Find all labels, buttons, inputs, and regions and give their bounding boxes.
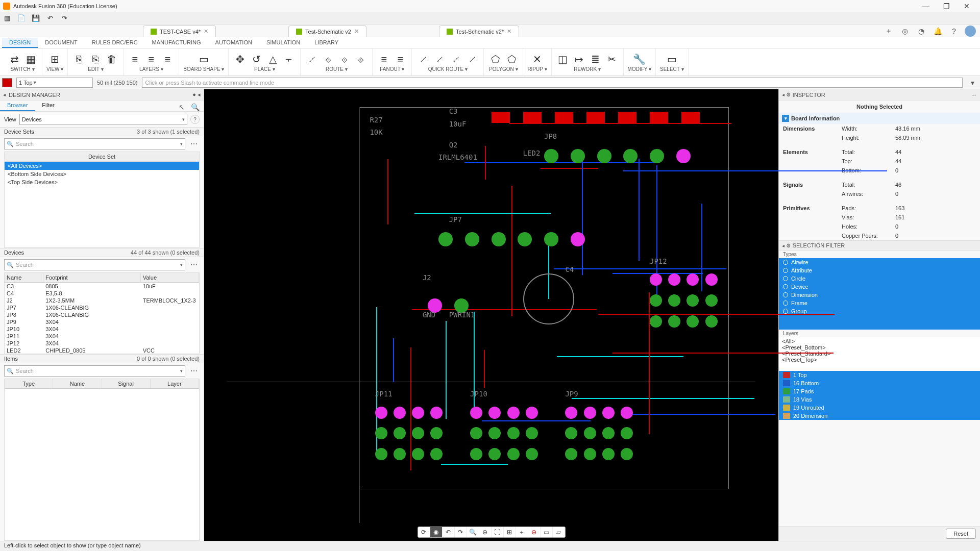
ribbon-group-label[interactable]: QUICK ROUTE ▾ <box>428 66 468 72</box>
ribbon-icon[interactable]: ≣ <box>589 52 603 66</box>
ribbon-icon[interactable]: ⬠ <box>504 52 519 66</box>
more-options-icon[interactable]: ⋯ <box>188 365 200 377</box>
ribbon-group-label[interactable]: FANOUT ▾ <box>380 66 404 72</box>
ribbon-group-label[interactable]: SWITCH ▾ <box>10 66 34 72</box>
view-select[interactable]: Devices ▾ <box>19 114 187 125</box>
help-icon[interactable]: ? <box>948 26 960 37</box>
ribbon-icon[interactable]: ⟐ <box>321 52 335 66</box>
ribbon-icon[interactable]: ▭ <box>665 52 679 66</box>
undo-icon[interactable]: ↶ <box>44 13 56 23</box>
collapse-icon[interactable]: ▾ <box>782 115 789 122</box>
close-tab-icon[interactable]: ✕ <box>354 28 359 35</box>
types-list[interactable]: AirwireAttributeCircleDeviceDimensionFra… <box>779 258 980 330</box>
ribbon-group-label[interactable]: LAYERS ▾ <box>139 66 163 72</box>
ribbon-icon[interactable]: ✕ <box>530 52 544 66</box>
filter-type-item[interactable]: Airwire <box>779 258 980 266</box>
workspace-tab-manufacturing[interactable]: MANUFACTURING <box>145 38 208 48</box>
ribbon-icon[interactable]: ⎘ <box>72 52 86 66</box>
ribbon-group-label[interactable]: VIEW ▾ <box>46 66 63 72</box>
table-row[interactable]: JP93X04 <box>5 318 199 325</box>
layers-icon[interactable]: ▱ <box>553 527 565 537</box>
data-panel-icon[interactable]: ▦ <box>1 13 13 23</box>
save-icon[interactable]: 💾 <box>30 13 42 23</box>
pcb-canvas[interactable]: JP11JP10JP9R2710KC310uFQ2IRLML6401LED2JP… <box>204 89 778 541</box>
workspace-tab-design[interactable]: DESIGN <box>2 38 38 48</box>
layer-preset-item[interactable]: <Preset_Top> <box>782 357 977 363</box>
close-button[interactable]: ✕ <box>957 1 977 11</box>
ribbon-icon[interactable]: ≡ <box>128 52 142 66</box>
zoom-tool-icon[interactable]: 🔍 <box>189 102 201 113</box>
zoom-icon[interactable]: 🔍 <box>467 527 479 537</box>
redo-view-icon[interactable]: ↷ <box>455 527 467 537</box>
ribbon-icon[interactable]: ↺ <box>249 52 263 66</box>
ribbon-icon[interactable]: ⟋ <box>465 52 479 66</box>
device-sets-search[interactable]: 🔍 Search ▾ <box>4 138 185 149</box>
column-header[interactable]: Name <box>53 379 102 388</box>
devices-search[interactable]: 🔍 Search ▾ <box>4 259 185 270</box>
ribbon-icon[interactable]: ≡ <box>160 52 175 66</box>
help-icon[interactable]: ? <box>190 115 200 124</box>
filter-tab[interactable]: Filter <box>35 101 61 111</box>
zoom-out-icon[interactable]: ⊖ <box>479 527 492 537</box>
ribbon-icon[interactable]: ⟐ <box>337 52 352 66</box>
ribbon-icon[interactable]: ⊞ <box>48 52 62 66</box>
layer-preset-item[interactable]: <All> <box>782 338 977 344</box>
workspace-tab-rulesdrcerc[interactable]: RULES DRC/ERC <box>85 38 145 48</box>
table-row[interactable]: LED2CHIPLED_0805VCC <box>5 347 199 354</box>
user-avatar-icon[interactable] <box>965 26 976 37</box>
ribbon-icon[interactable]: ⎘ <box>88 52 103 66</box>
workspace-tab-document[interactable]: DOCUMENT <box>38 38 85 48</box>
file-tab[interactable]: TEST-CASE v4* ✕ <box>143 26 216 37</box>
layer-preset-item[interactable]: <Preset_Bottom> <box>782 344 977 350</box>
new-tab-button[interactable]: ＋ <box>883 26 894 37</box>
filter-type-item[interactable]: Attribute <box>779 266 980 274</box>
table-row[interactable]: JP103X04 <box>5 325 199 333</box>
devices-table[interactable]: NameFootprintValueC3080510uFC4E3,5-8J21X… <box>4 272 200 354</box>
ribbon-icon[interactable]: ≡ <box>393 52 407 66</box>
ribbon-icon[interactable]: ◫ <box>556 52 570 66</box>
ribbon-icon[interactable]: ⟐ <box>354 52 368 66</box>
filter-type-item[interactable]: Device <box>779 283 980 291</box>
undo-view-icon[interactable]: ↶ <box>443 527 455 537</box>
device-set-item[interactable]: <Bottom Side Devices> <box>5 170 199 178</box>
redo-icon[interactable]: ↷ <box>58 13 70 23</box>
column-header[interactable]: Signal <box>102 379 151 388</box>
maximize-button[interactable]: ❐ <box>936 1 957 11</box>
ribbon-group-label[interactable]: EDIT ▾ <box>88 66 103 72</box>
ribbon-icon[interactable]: ▦ <box>23 52 38 66</box>
ribbon-icon[interactable]: ⇄ <box>7 52 21 66</box>
column-header[interactable]: Value <box>141 273 199 282</box>
ribbon-icon[interactable]: 🗑 <box>105 52 119 66</box>
column-header[interactable]: Layer <box>151 379 199 388</box>
notifications-icon[interactable]: 🔔 <box>932 26 943 37</box>
ribbon-icon[interactable]: 🔧 <box>632 52 647 66</box>
filter-layer-item[interactable]: 1 Top <box>779 371 980 379</box>
ribbon-group-label[interactable]: MODIFY ▾ <box>628 66 651 72</box>
table-row[interactable]: J21X2-3.5MMTERMBLOCK_1X2-3 <box>5 297 199 304</box>
filter-layer-item[interactable]: 16 Bottom <box>779 379 980 387</box>
device-set-item[interactable]: <All Devices> <box>5 162 199 170</box>
close-tab-icon[interactable]: ✕ <box>507 28 511 35</box>
column-header[interactable]: Name <box>5 273 43 282</box>
ribbon-group-label[interactable]: RIPUP ▾ <box>527 66 547 72</box>
grid-icon[interactable]: ⊞ <box>504 527 516 537</box>
filter-layer-item[interactable]: 19 Unrouted <box>779 404 980 412</box>
ribbon-icon[interactable]: △ <box>265 52 280 66</box>
ribbon-group-label[interactable]: BOARD SHAPE ▾ <box>183 66 224 72</box>
cursor-tool-icon[interactable]: ↖ <box>176 102 187 113</box>
filter-type-item[interactable]: Circle <box>779 274 980 283</box>
filter-layer-item[interactable]: 17 Pads <box>779 387 980 395</box>
ribbon-group-label[interactable]: PLACE ▾ <box>254 66 275 72</box>
remove-icon[interactable]: ⊖ <box>528 527 541 537</box>
workspace-tab-simulation[interactable]: SIMULATION <box>259 38 307 48</box>
workspace-tab-library[interactable]: LIBRARY <box>307 38 346 48</box>
table-row[interactable]: JP113X04 <box>5 333 199 340</box>
display-icon[interactable]: ▭ <box>541 527 553 537</box>
command-dropdown-icon[interactable]: ▾ <box>967 77 978 88</box>
more-options-icon[interactable]: ⋯ <box>188 138 200 149</box>
layer-select[interactable]: 1 Top ▼ <box>16 78 93 88</box>
table-row[interactable]: C4E3,5-8 <box>5 290 199 297</box>
command-line-input[interactable]: Click or press Slash to activate command… <box>142 78 963 88</box>
column-header[interactable]: Footprint <box>43 273 141 282</box>
ribbon-group-label[interactable]: SELECT ▾ <box>660 66 684 72</box>
